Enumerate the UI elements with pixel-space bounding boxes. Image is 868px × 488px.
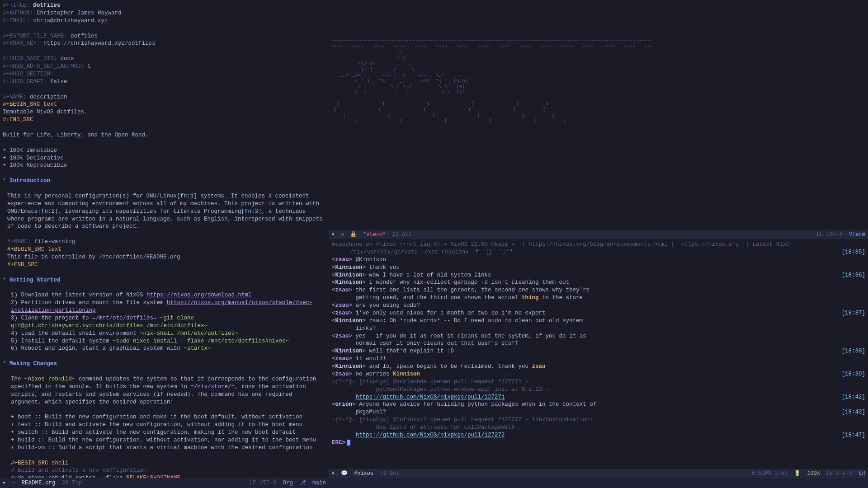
status-dot-icon: ● bbox=[332, 231, 335, 238]
org-name-fw-kw: #+NAME: bbox=[7, 239, 31, 245]
heading-making-changes[interactable]: Making Changes bbox=[9, 361, 57, 367]
irc-bot-msg: -{^-^}- [nixpkgs] @Infinisil opened pull… bbox=[332, 416, 865, 424]
git-branch[interactable]: main bbox=[312, 479, 326, 487]
org-author-kw: #+AUTHOR: bbox=[3, 10, 33, 16]
org-hugodraft-kw: #+HUGO_DRAFT: bbox=[3, 79, 47, 85]
org-name-desc-kw: #+NAME: bbox=[3, 94, 27, 100]
git-branch-icon: ⎇ bbox=[299, 479, 306, 487]
clock-time: 6:53PM 0.50 bbox=[752, 470, 788, 477]
irc-mode: ER bbox=[859, 470, 865, 477]
vterm-modeline: ● ◎ 🔒 *vterm* 29 All LF UTF-8 VTerm bbox=[329, 230, 868, 239]
mc-bullet-test: + test :: Build and activate the new con… bbox=[3, 421, 326, 429]
mc-bullet-switch: + switch :: Build and activate the new c… bbox=[3, 429, 326, 436]
irc-pr-link[interactable]: https://github.com/NixOS/nixpkgs/pull/12… bbox=[356, 432, 505, 438]
irc-msg-orion-2: pkgsMusl?[18:42] bbox=[332, 408, 865, 416]
chat-icon: 💬 bbox=[341, 470, 348, 477]
org-end-src-1: #+END_SRC bbox=[3, 116, 326, 124]
vterm-encoding: LF UTF-8 bbox=[816, 231, 843, 238]
irc-msg: <zsau> i've only used nixos for a month … bbox=[332, 310, 865, 317]
org-buffer[interactable]: #+TITLE: Dotfiles #+AUTHOR: Christopher … bbox=[0, 0, 329, 478]
irc-msg: <Kinnison> I wonder why nix-collect-garb… bbox=[332, 279, 865, 286]
org-begin-src-text: #+BEGIN_SRC text bbox=[3, 101, 326, 108]
org-roam-val: https://chrishayward.xyz/dotfiles bbox=[43, 40, 156, 47]
status-dot-icon: ● bbox=[332, 470, 335, 477]
org-begin-src-text-2: #+BEGIN_SRC text bbox=[3, 246, 326, 253]
org-roam-kw: #+ROAM_KEY: bbox=[3, 40, 40, 47]
org-hugosection-kw: #+HUGO_SECTION: bbox=[3, 71, 54, 77]
org-email-kw: #+EMAIL: bbox=[3, 18, 30, 24]
org-hugobase-kw: #+HUGO_BASE_DIR: bbox=[3, 56, 57, 62]
irc-msg: normal user it only cleans out that user… bbox=[332, 340, 865, 347]
org-bullet-3: + 100% Reproducible bbox=[3, 162, 326, 169]
org-bullet-1: + 100% Immutable bbox=[3, 147, 326, 155]
org-export-kw: #+EXPORT_FILE_NAME: bbox=[3, 33, 67, 39]
irc-msg: <Kinnison> thank you bbox=[332, 264, 865, 272]
org-modeline: ● ⋯ README.org 28 Top LF UTF-8 Org ⎇ mai… bbox=[0, 478, 329, 488]
irc-prompt-line[interactable]: ERC> bbox=[332, 439, 865, 447]
intro-paragraph: This is my personal configuration(s) for… bbox=[3, 192, 326, 230]
vterm-mode: VTerm bbox=[849, 231, 865, 238]
org-mc-cmd-line: sudo nixos-rebuild switch --flake $FLAKE… bbox=[3, 474, 326, 478]
circle-icon: ◎ bbox=[341, 231, 344, 238]
org-bullet-2: + 100% Declarative bbox=[3, 155, 326, 162]
org-star-icon: * bbox=[3, 277, 9, 283]
irc-topic-2: /nix/var/nix/gcroots -exec readlink -f '… bbox=[332, 249, 865, 256]
irc-prompt: ERC> bbox=[332, 440, 345, 446]
mc-paragraph: The ~nixos-rebuild~ command updates the … bbox=[3, 375, 326, 406]
irc-buffer[interactable]: megaphone on #nixos (+nrt,lag:0) ✦ NixOS… bbox=[329, 239, 868, 469]
mc-bullet-buildvm: + build-vm :: Build a script that starts… bbox=[3, 444, 326, 452]
irc-msg: <Kinnison> zsau: Oh *rude words* -- Do I… bbox=[332, 317, 865, 325]
org-mc-comment: # Build and activate a new configuration… bbox=[3, 467, 326, 474]
org-begin-src-shell: #+BEGIN_SRC shell bbox=[3, 460, 326, 467]
gs-step-2: 2) Partition drives and mount the file s… bbox=[3, 299, 326, 314]
mc-bullet-boot: + boot :: Build the new configuration an… bbox=[3, 413, 326, 421]
irc-buffer-name[interactable]: #nixos bbox=[354, 470, 373, 477]
status-dot-icon: ● bbox=[3, 480, 5, 486]
org-star-icon: * bbox=[3, 178, 9, 184]
org-fw-body: This file is controlled by /etc/dotfiles… bbox=[3, 253, 326, 261]
irc-msg: <zsau> no worries Kinnison[18:39] bbox=[332, 371, 865, 378]
vterm-buffer-name[interactable]: *vterm* bbox=[363, 231, 386, 238]
irc-modeline: ● 💬 #nixos 79 Bot 6:53PM 0.50 🔋 100% LF … bbox=[329, 469, 868, 478]
irc-pr-link[interactable]: https://github.com/NixOS/nixpkgs/pull/12… bbox=[356, 394, 505, 400]
irc-bot-msg: python3Packages.python-ecobee-api: init … bbox=[332, 386, 865, 394]
battery-icon: 🔋 bbox=[794, 470, 801, 477]
link-nixos-download[interactable]: https://nixos.org/download.html bbox=[146, 292, 252, 298]
org-tagline: Built for Life, Liberty, and the Open Ro… bbox=[3, 131, 326, 139]
irc-msg: links? bbox=[332, 325, 865, 333]
irc-bot-msg: https://github.com/NixOS/nixpkgs/pull/12… bbox=[332, 394, 865, 401]
org-star-icon: * bbox=[3, 361, 9, 367]
irc-msg: getting used, and the third one shows th… bbox=[332, 294, 865, 302]
battery-percent: 100% bbox=[807, 470, 820, 477]
gs-step-6: 6) Reboot and login, start a graphical s… bbox=[3, 345, 326, 352]
ascii-aquarium: | | | | ~~~~~~~~~~~~~~~~~~~~~~~~~~~~~~~~… bbox=[331, 15, 866, 124]
folder-icon: ⋯ bbox=[12, 479, 15, 487]
irc-msg: <zsau> it would! bbox=[332, 355, 865, 363]
footnote-1[interactable]: [fn:1] bbox=[177, 193, 197, 199]
heading-getting-started[interactable]: Getting Started bbox=[9, 277, 61, 283]
footnote-3[interactable]: [fn:3] bbox=[241, 208, 262, 215]
gs-step-1: 1) Download the latest version of NixOS … bbox=[3, 291, 326, 299]
irc-msg: <zsau> yes - if you do it as root it cle… bbox=[332, 333, 865, 340]
irc-msg: <zsau> the first one lists all the gcroo… bbox=[332, 286, 865, 294]
vterm-buffer[interactable]: | | | | ~~~~~~~~~~~~~~~~~~~~~~~~~~~~~~~~… bbox=[329, 0, 868, 230]
irc-msg: <Kinnison> wow I have a lot of old syste… bbox=[332, 272, 865, 279]
irc-topic: megaphone on #nixos (+nrt,lag:0) ✦ NixOS… bbox=[332, 241, 865, 249]
org-author-val: Christopher James Hayward bbox=[37, 10, 122, 16]
org-buffer-name[interactable]: README.org bbox=[22, 479, 56, 487]
irc-msg: <zsau> are you using sudo? bbox=[332, 302, 865, 310]
irc-msg-orion: <orion> Anyone have advice for building … bbox=[332, 401, 865, 408]
org-encoding: LF UTF-8 bbox=[249, 479, 276, 487]
irc-timestamp: [18:35] bbox=[841, 249, 865, 256]
minibuffer[interactable] bbox=[329, 478, 868, 488]
gs-step-5: 5) Install the default system ~sudo nixo… bbox=[3, 338, 326, 345]
footnote-2[interactable]: [fn:2] bbox=[38, 208, 58, 215]
irc-encoding: LF UTF-8 bbox=[826, 470, 853, 477]
gs-step-3: 3) Clone the project to =/mnt/etc/dotfil… bbox=[3, 314, 326, 330]
vterm-position: 29 All bbox=[392, 231, 411, 238]
irc-msg: <Kinnison> and lo, space begins to be re… bbox=[332, 363, 865, 371]
irc-msg: <zsau> @Kinnison bbox=[332, 256, 865, 264]
heading-introduction[interactable]: Introduction bbox=[9, 178, 50, 184]
org-mode: Org bbox=[283, 479, 293, 487]
irc-msg: <Kinnison> well that'd explain it :D[18:… bbox=[332, 347, 865, 355]
